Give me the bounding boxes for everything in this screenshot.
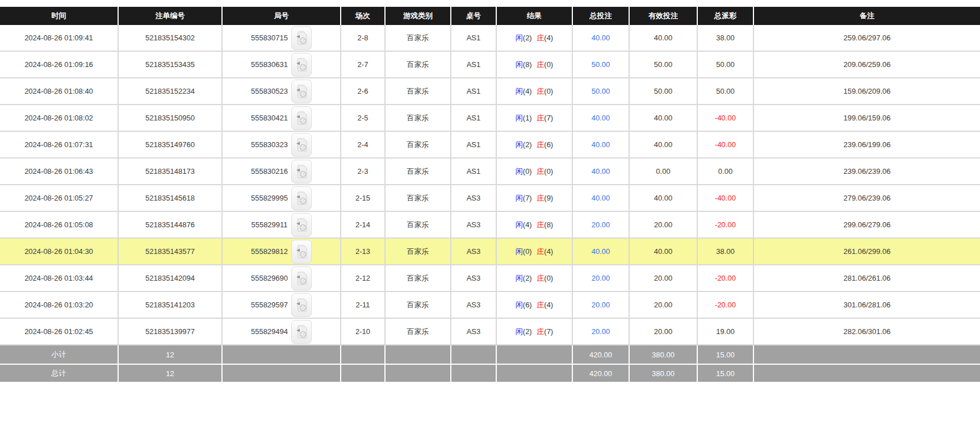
cell-round: 555829995 [223, 185, 341, 212]
col-header-round: 局号 [223, 7, 341, 25]
table-row[interactable]: 2024-08-26 01:08:02 521835150950 5558304… [0, 105, 980, 132]
cell-bet-id: 521835149760 [119, 132, 223, 159]
cell-table-no: AS1 [451, 105, 497, 132]
video-replay-button[interactable] [291, 26, 312, 50]
table-row[interactable]: 2024-08-26 01:05:08 521835144876 5558299… [0, 212, 980, 239]
round-number: 555829995 [251, 194, 288, 202]
cell-round: 555830523 [223, 78, 341, 105]
cell-round: 555829597 [223, 292, 341, 319]
cell-round: 555829690 [223, 265, 341, 292]
cell-bet-id: 521835153435 [119, 52, 223, 78]
cell-table-no: AS1 [451, 25, 497, 52]
subtotal-round [223, 345, 341, 364]
cell-result: 闲(4) 庄(0) [497, 78, 573, 105]
total-bet-link[interactable]: 40.00 [592, 167, 610, 176]
total-bet-link[interactable]: 40.00 [592, 140, 610, 149]
player-result: 闲(0) [516, 247, 532, 256]
cell-game: 百家乐 [386, 265, 451, 292]
cell-table-no: AS1 [451, 52, 497, 78]
table-row[interactable]: 2024-08-26 01:03:20 521835141203 5558295… [0, 292, 980, 319]
total-table-no [451, 364, 497, 382]
video-replay-button[interactable] [291, 160, 312, 184]
total-row: 总计 12 420.00 380.00 15.00 [0, 364, 980, 382]
table-row[interactable]: 2024-08-26 01:04:30 521835143577 5558298… [0, 239, 980, 265]
table-row[interactable]: 2024-08-26 01:09:41 521835154302 5558307… [0, 25, 980, 52]
cell-game: 百家乐 [386, 185, 451, 212]
total-result [497, 364, 573, 382]
video-replay-button[interactable] [291, 133, 312, 157]
cell-bet-id: 521835141203 [119, 292, 223, 319]
col-header-table-no: 桌号 [451, 7, 497, 25]
cell-session: 2-13 [341, 239, 386, 265]
cell-payout: 19.00 [698, 319, 754, 345]
cell-valid-bet: 40.00 [630, 132, 698, 159]
subtotal-row: 小计 12 420.00 380.00 15.00 [0, 345, 980, 364]
table-row[interactable]: 2024-08-26 01:08:40 521835152234 5558305… [0, 78, 980, 105]
cell-table-no: AS3 [451, 212, 497, 239]
cell-table-no: AS3 [451, 265, 497, 292]
video-replay-button[interactable] [291, 320, 312, 344]
cell-payout: 38.00 [698, 239, 754, 265]
video-replay-button[interactable] [291, 53, 312, 77]
cell-session: 2-5 [341, 105, 386, 132]
total-bet-link[interactable]: 40.00 [592, 194, 610, 202]
total-bet-link[interactable]: 20.00 [592, 220, 610, 229]
cell-time: 2024-08-26 01:03:44 [0, 265, 119, 292]
video-replay-icon [296, 272, 307, 285]
table-row[interactable]: 2024-08-26 01:06:43 521835148173 5558302… [0, 159, 980, 185]
cell-remark: 301.06/281.06 [754, 292, 980, 319]
cell-valid-bet: 40.00 [630, 25, 698, 52]
table-row[interactable]: 2024-08-26 01:05:27 521835145618 5558299… [0, 185, 980, 212]
total-bet-link[interactable]: 20.00 [592, 327, 610, 336]
cell-total-bet: 50.00 [573, 78, 630, 105]
cell-total-bet: 40.00 [573, 185, 630, 212]
total-bet-link[interactable]: 40.00 [592, 247, 610, 256]
table-header: 时间 注单编号 局号 场次 游戏类别 桌号 结果 总投注 有效投注 总派彩 备注 [0, 7, 980, 25]
video-replay-button[interactable] [291, 266, 312, 290]
total-bet-link[interactable]: 20.00 [592, 274, 610, 282]
cell-round: 555830421 [223, 105, 341, 132]
cell-remark: 261.06/299.06 [754, 239, 980, 265]
cell-remark: 239.06/239.06 [754, 159, 980, 185]
cell-total-bet: 50.00 [573, 52, 630, 78]
cell-result: 闲(2) 庄(7) [497, 319, 573, 345]
video-replay-button[interactable] [291, 186, 312, 210]
cell-remark: 239.06/199.06 [754, 132, 980, 159]
table-row[interactable]: 2024-08-26 01:03:44 521835142094 5558296… [0, 265, 980, 292]
video-replay-button[interactable] [291, 293, 312, 317]
cell-remark: 159.06/209.06 [754, 78, 980, 105]
cell-result: 闲(8) 庄(0) [497, 52, 573, 78]
cell-result: 闲(6) 庄(4) [497, 292, 573, 319]
video-replay-button[interactable] [291, 213, 312, 237]
round-number: 555830715 [251, 34, 288, 42]
table-row[interactable]: 2024-08-26 01:02:45 521835139977 5558294… [0, 319, 980, 345]
cell-time: 2024-08-26 01:09:41 [0, 25, 119, 52]
table-row[interactable]: 2024-08-26 01:09:16 521835153435 5558306… [0, 52, 980, 78]
video-replay-button[interactable] [291, 106, 312, 130]
round-number: 555829911 [251, 220, 287, 229]
player-result: 闲(0) [516, 167, 532, 176]
cell-total-bet: 20.00 [573, 292, 630, 319]
total-bet-link[interactable]: 50.00 [592, 60, 610, 69]
cell-time: 2024-08-26 01:03:20 [0, 292, 119, 319]
total-bet-link[interactable]: 50.00 [592, 87, 610, 95]
video-replay-button[interactable] [291, 240, 312, 264]
total-bet-link[interactable]: 20.00 [592, 301, 610, 309]
total-bet-link[interactable]: 40.00 [592, 34, 610, 42]
video-replay-icon [296, 245, 307, 259]
video-replay-button[interactable] [291, 80, 312, 103]
cell-session: 2-15 [341, 185, 386, 212]
table-row[interactable]: 2024-08-26 01:07:31 521835149760 5558303… [0, 132, 980, 159]
cell-total-bet: 20.00 [573, 265, 630, 292]
cell-game: 百家乐 [386, 52, 451, 78]
banker-result: 庄(4) [537, 34, 553, 42]
total-session [341, 364, 386, 382]
cell-round: 555830631 [223, 52, 341, 78]
round-number: 555830216 [251, 167, 288, 176]
video-replay-icon [296, 218, 307, 232]
subtotal-remark [754, 345, 980, 364]
banker-result: 庄(4) [537, 247, 553, 256]
total-bet-link[interactable]: 40.00 [592, 114, 610, 122]
cell-total-bet: 40.00 [573, 105, 630, 132]
cell-bet-id: 521835143577 [119, 239, 223, 265]
